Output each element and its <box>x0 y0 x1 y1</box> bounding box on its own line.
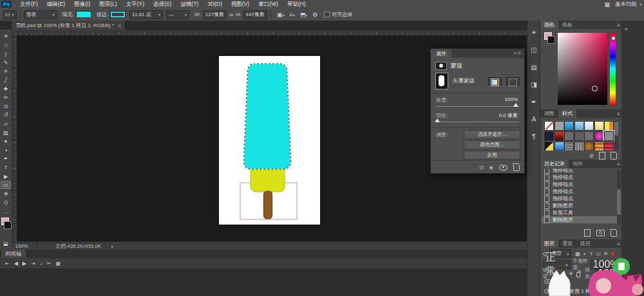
tab-color-1[interactable]: 色板 <box>558 21 576 29</box>
style-swatch-15[interactable] <box>554 142 564 151</box>
play-button[interactable]: ▶ <box>23 261 26 266</box>
background-color-swatch[interactable] <box>4 221 12 229</box>
history-state-1[interactable]: 拖移锚点 <box>542 174 617 181</box>
path-arrangement-icon[interactable]: ⬒▾ <box>298 12 310 18</box>
fill-color-swatch[interactable] <box>76 11 91 18</box>
timeline-track-area[interactable] <box>0 268 527 296</box>
panel-menu-icon[interactable]: » ≡ <box>514 50 521 56</box>
tool-preset-picker[interactable]: ▭▾ <box>3 10 17 19</box>
lasso-tool[interactable]: ʃ <box>1 50 11 58</box>
screen-mode-button[interactable]: ⬓ <box>1 239 11 248</box>
feather-slider-knob[interactable] <box>435 118 440 122</box>
navigator-panel-icon[interactable]: ◨ <box>527 79 540 89</box>
rectangle-tool[interactable]: ▭ <box>1 181 11 189</box>
path-selection-tool[interactable]: ▶ <box>1 172 11 181</box>
history-state-6[interactable]: 矩形工具 <box>542 209 617 216</box>
menu-item-5[interactable]: 选择(S) <box>149 0 176 8</box>
path-alignment-icon[interactable]: ≡▾ <box>287 12 297 18</box>
history-brush-tool[interactable]: ↺ <box>1 111 11 119</box>
stroke-color-swatch[interactable] <box>110 11 126 18</box>
photoshop-logo[interactable]: Ps <box>1 1 12 8</box>
marquee-tool[interactable]: □ <box>1 41 11 50</box>
menu-item-2[interactable]: 图像(I) <box>70 0 95 8</box>
style-swatch-4[interactable] <box>584 121 594 131</box>
healing-brush-tool[interactable]: ✚ <box>1 85 11 93</box>
menu-item-3[interactable]: 图层(L) <box>95 0 121 8</box>
clear-style-icon[interactable]: ⊘ <box>589 153 594 159</box>
style-swatch-6[interactable] <box>604 121 614 131</box>
gradient-tool[interactable]: ▨ <box>1 129 11 137</box>
delete-state-icon[interactable] <box>611 230 617 237</box>
libraries-panel-icon[interactable]: ◫ <box>527 44 540 55</box>
align-edges-checkbox[interactable] <box>324 12 330 17</box>
tab-styles-0[interactable]: 调整 <box>540 109 558 118</box>
tab-history-0[interactable]: 历史记录 <box>540 160 569 168</box>
new-snapshot-icon[interactable] <box>596 230 605 236</box>
workspace-switcher[interactable]: ▦ 基本功能 ▾ <box>601 0 641 8</box>
histogram-panel-icon[interactable]: ▤ <box>527 62 540 72</box>
menu-item-4[interactable]: 文字(Y) <box>122 0 149 8</box>
path-operations-icon[interactable]: ▣▾ <box>274 12 287 18</box>
brush-tool[interactable]: ✏ <box>1 93 11 102</box>
timeline-settings-button[interactable]: ▦ <box>55 261 61 266</box>
history-state-3[interactable]: 拖移锚点 <box>542 188 617 195</box>
menu-item-9[interactable]: 窗口(W) <box>254 0 283 8</box>
style-swatch-3[interactable] <box>574 121 584 131</box>
collapse-panels-icon[interactable]: « <box>625 26 628 32</box>
style-swatch-8[interactable] <box>554 131 564 141</box>
paragraph-panel-icon[interactable]: ¶ <box>527 131 540 142</box>
menu-item-7[interactable]: 3D(D) <box>203 0 227 8</box>
history-scrollbar[interactable] <box>617 189 621 215</box>
tab-layers-0[interactable]: 图层 <box>540 239 558 248</box>
apply-mask-icon[interactable]: ◈ <box>489 165 493 171</box>
style-swatch-20[interactable] <box>604 142 614 151</box>
delete-mask-icon[interactable] <box>513 165 520 171</box>
panel-menu-icon[interactable]: ≡ <box>617 241 620 247</box>
menu-item-6[interactable]: 滤镜(T) <box>176 0 203 8</box>
styles-scrollbar[interactable] <box>614 122 618 136</box>
density-slider[interactable] <box>436 106 519 107</box>
shape-settings-gear-icon[interactable]: ⚙ <box>310 12 320 18</box>
history-state-2[interactable]: 拖移锚点 <box>542 181 617 188</box>
new-document-from-state-icon[interactable] <box>584 229 591 237</box>
panel-menu-icon[interactable]: ≡ <box>617 23 620 28</box>
move-tool[interactable]: ✛ <box>1 32 11 41</box>
history-state-0[interactable]: 拖移锚点 <box>542 169 617 174</box>
tab-timeline[interactable]: 时间轴 <box>1 250 26 258</box>
eyedropper-tool[interactable]: ╱ <box>1 76 11 84</box>
document-tab[interactable]: 雪糕.psd @ 100% (矩形 1 拷贝 2, RGB/8) * × <box>12 21 126 30</box>
add-vector-mask-icon[interactable]: ⬚ <box>506 77 520 86</box>
previous-frame-button[interactable]: ◀ <box>14 261 18 266</box>
refine-button-2[interactable]: 反相 <box>464 151 520 160</box>
style-swatch-12[interactable] <box>594 131 604 141</box>
style-swatch-18[interactable] <box>584 142 594 151</box>
style-swatch-11[interactable] <box>584 131 594 141</box>
shape-height-input[interactable]: 447像素 <box>243 10 267 19</box>
filter-toggle-icon[interactable] <box>611 252 614 255</box>
tab-properties[interactable]: 属性 <box>431 49 451 58</box>
tab-layers-1[interactable]: 通道 <box>558 239 576 248</box>
eraser-tool[interactable]: ▱ <box>1 120 11 128</box>
color-cursor[interactable] <box>592 86 598 91</box>
style-swatch-10[interactable] <box>574 131 584 141</box>
tab-color-0[interactable]: 颜色 <box>540 21 558 29</box>
mask-visibility-icon[interactable] <box>499 165 507 171</box>
stroke-type-select[interactable]: — ▾ <box>166 10 189 19</box>
popsicle-body[interactable] <box>244 64 291 169</box>
feather-slider[interactable] <box>436 122 519 122</box>
style-swatch-9[interactable] <box>564 131 574 141</box>
stroke-width-input[interactable]: 11.61 点 ▾ <box>129 10 163 19</box>
hue-cursor[interactable] <box>611 36 616 41</box>
status-options-arrow-icon[interactable]: ▸ <box>111 244 113 248</box>
popsicle-stick[interactable] <box>264 191 272 219</box>
menu-item-8[interactable]: 视图(V) <box>227 0 254 8</box>
add-pixel-mask-icon[interactable]: ▣ <box>488 77 502 86</box>
history-state-7[interactable]: 删除图层 <box>542 216 617 223</box>
tab-history-1[interactable]: 动作 <box>569 160 587 168</box>
hand-tool[interactable]: ✜ <box>1 190 11 198</box>
history-state-5[interactable]: 删除图层 <box>542 202 617 209</box>
style-swatch-0[interactable] <box>544 121 554 131</box>
style-swatch-2[interactable] <box>564 121 574 131</box>
saturation-brightness-field[interactable] <box>558 33 607 105</box>
style-swatch-19[interactable] <box>594 142 604 151</box>
